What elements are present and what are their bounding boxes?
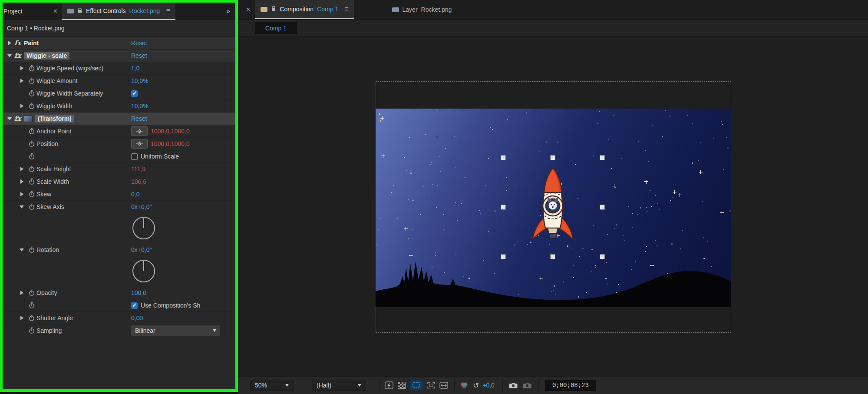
stopwatch-icon[interactable] [27, 327, 36, 334]
lock-icon[interactable] [77, 7, 83, 15]
selection-handle[interactable] [501, 155, 506, 160]
disclosure-right-icon[interactable] [18, 316, 25, 320]
show-channel-icon[interactable] [460, 382, 469, 389]
reset-button[interactable]: Reset [131, 40, 147, 46]
stopwatch-icon[interactable] [27, 246, 36, 253]
tab-title: Composition [280, 6, 314, 13]
stopwatch-icon[interactable] [27, 315, 36, 321]
stopwatch-icon[interactable] [27, 166, 36, 172]
viewer-toolbar: 50% (Half) [238, 376, 868, 394]
property-value[interactable]: 0x+0,0° [131, 203, 152, 210]
row-wiggle-speed-wigs-sec: Wiggle Speed (wigs/sec)1,0 [3, 62, 235, 75]
disclosure-right-icon[interactable] [18, 66, 25, 70]
stopwatch-icon[interactable] [27, 140, 36, 147]
disclosure-down-icon[interactable] [6, 54, 13, 57]
stopwatch-icon[interactable] [27, 128, 36, 135]
property-value[interactable]: 10,0% [131, 103, 149, 109]
stopwatch-icon[interactable] [27, 289, 36, 296]
fast-previews-icon[interactable] [385, 381, 393, 389]
angle-dial[interactable] [131, 258, 156, 285]
disclosure-right-icon[interactable] [18, 167, 25, 171]
exposure-value[interactable]: +0,0 [482, 382, 495, 389]
stopwatch-icon[interactable] [27, 103, 36, 109]
checkbox[interactable] [131, 153, 138, 160]
panel-menu-icon[interactable]: ≡ [166, 7, 170, 15]
close-icon[interactable]: × [245, 0, 251, 19]
lock-icon[interactable] [271, 6, 276, 13]
sampling-dropdown[interactable]: Bilinear [131, 325, 220, 336]
panel-overflow-icon[interactable]: » [221, 3, 235, 20]
disclosure-right-icon[interactable] [6, 41, 13, 45]
row-wiggle-scale: fxWiggle - scaleReset [3, 50, 235, 62]
angle-dial[interactable] [131, 215, 156, 242]
disclosure-right-icon[interactable] [18, 104, 25, 108]
panel-menu-icon[interactable]: ≡ [344, 5, 348, 13]
selection-handle[interactable] [550, 155, 555, 160]
checkbox[interactable] [131, 90, 138, 97]
disclosure-down-icon[interactable] [6, 117, 13, 120]
tab-composition[interactable]: Composition Comp 1 ≡ [255, 0, 353, 19]
property-value[interactable]: 0,0 [131, 191, 139, 198]
close-icon[interactable]: × [53, 7, 58, 15]
property-value[interactable]: 1000,0,1000,0 [151, 128, 190, 135]
disclosure-down-icon[interactable] [18, 205, 25, 209]
property-value[interactable]: 0,00 [131, 315, 143, 321]
property-value[interactable]: 106,6 [131, 178, 146, 185]
effect-name[interactable]: Wiggle - scale [24, 52, 69, 60]
viewer-tab-comp1[interactable]: Comp 1 [255, 22, 297, 34]
rocket-layer[interactable] [526, 166, 580, 248]
effect-name[interactable]: Paint [24, 40, 39, 46]
reset-button[interactable]: Reset [131, 52, 147, 59]
property-value[interactable]: 1000,0,1000,0 [151, 140, 190, 147]
stopwatch-icon[interactable] [27, 90, 36, 97]
row-position: Position1000,0,1000,0 [3, 138, 235, 150]
property-value[interactable]: 111,9 [131, 166, 145, 172]
resolution-dropdown[interactable]: (Half) [312, 380, 366, 391]
transparency-grid-icon[interactable] [398, 382, 406, 389]
stopwatch-icon[interactable] [27, 302, 36, 309]
stopwatch-icon[interactable] [27, 77, 36, 84]
property-value[interactable]: 1,0 [131, 65, 139, 72]
pixel-aspect-correction-icon[interactable] [439, 382, 448, 389]
property-value[interactable]: 100,0 [131, 289, 146, 296]
stopwatch-icon[interactable] [27, 178, 36, 185]
point-control-icon[interactable] [131, 139, 148, 149]
show-snapshot-icon[interactable] [523, 382, 531, 389]
stopwatch-icon[interactable] [27, 203, 36, 210]
stopwatch-icon[interactable] [27, 153, 36, 160]
property-value[interactable]: 0x+0,0° [131, 246, 152, 253]
zoom-dropdown[interactable]: 50% [250, 380, 294, 391]
region-of-interest-icon[interactable] [427, 382, 435, 389]
effect-name[interactable]: (Transform) [35, 115, 74, 123]
toolbar-separator [538, 380, 539, 391]
checkbox[interactable] [131, 302, 138, 309]
tab-layer[interactable]: Layer Rocket.png [386, 0, 458, 19]
disclosure-down-icon[interactable] [18, 248, 25, 252]
selection-handle[interactable] [600, 254, 605, 259]
composition-viewport[interactable] [238, 37, 868, 377]
stopwatch-icon[interactable] [27, 65, 36, 72]
selection-handle[interactable] [600, 205, 605, 210]
toolbar-separator [502, 380, 503, 391]
effect-list: fxPaintResetfxWiggle - scaleResetWiggle … [3, 37, 235, 337]
snapshot-camera-icon[interactable] [509, 382, 518, 389]
composition-frame [376, 109, 731, 307]
disclosure-right-icon[interactable] [18, 192, 25, 196]
disclosure-right-icon[interactable] [18, 179, 25, 184]
fx-icon: fx [14, 39, 24, 47]
selection-handle[interactable] [550, 254, 555, 259]
mask-visibility-icon[interactable] [410, 381, 423, 390]
selection-handle[interactable] [501, 254, 506, 259]
reset-button[interactable]: Reset [131, 115, 147, 122]
disclosure-right-icon[interactable] [18, 79, 25, 83]
tab-effect-controls[interactable]: Effect Controls Rocket.png ≡ [62, 3, 175, 20]
disclosure-right-icon[interactable] [18, 291, 25, 295]
timecode-display[interactable]: 0;00;08;23 [545, 380, 596, 391]
selection-handle[interactable] [600, 155, 605, 160]
stopwatch-icon[interactable] [27, 191, 36, 198]
selection-handle[interactable] [501, 205, 506, 210]
property-value[interactable]: 10,0% [131, 77, 149, 84]
tab-project[interactable]: Project × [3, 3, 62, 20]
reset-exposure-icon[interactable]: ↺ [473, 381, 479, 390]
point-control-icon[interactable] [131, 126, 148, 136]
